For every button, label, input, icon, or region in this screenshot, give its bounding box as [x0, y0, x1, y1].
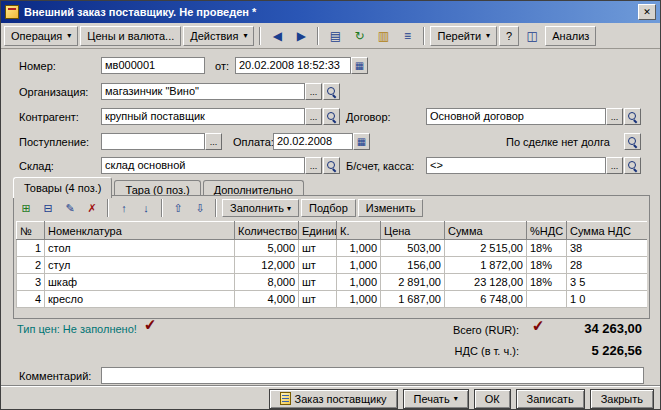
nav-forward-button[interactable]: ▶	[290, 26, 312, 46]
copy-row-button[interactable]: ⊟	[38, 199, 58, 217]
cell-k[interactable]: 1,000	[337, 240, 381, 257]
cell-price[interactable]: 503,00	[381, 240, 445, 257]
contract-select-button[interactable]: ...	[606, 108, 623, 125]
price-type-note[interactable]: Тип цен: Не заполнено!	[17, 323, 137, 335]
related-documents-button[interactable]: ▥	[372, 26, 394, 46]
close-button[interactable]: ✕	[638, 4, 656, 20]
delete-row-button[interactable]: ✗	[82, 199, 102, 217]
cell-vatsum[interactable]: 38	[567, 240, 648, 257]
cell-num[interactable]: 2	[17, 257, 45, 274]
report-button[interactable]: ◫	[521, 26, 543, 46]
receipt-input[interactable]	[101, 133, 205, 150]
cell-qty[interactable]: 8,000	[235, 274, 299, 291]
organization-input[interactable]: магазинчик "Вино"	[101, 83, 305, 100]
refresh-button[interactable]: ↻	[348, 26, 370, 46]
cell-num[interactable]: 1	[17, 240, 45, 257]
col-header-unit[interactable]: Единица	[299, 222, 337, 240]
number-input[interactable]: мв000001	[101, 57, 205, 74]
move-row-down-button[interactable]: ↓	[136, 199, 156, 217]
account-input[interactable]: <>	[426, 157, 606, 174]
cell-vatsum[interactable]: 28	[567, 257, 648, 274]
sort-asc-button[interactable]: ⇧	[168, 199, 188, 217]
col-header-price[interactable]: Цена	[381, 222, 445, 240]
col-header-k[interactable]: К.	[337, 222, 381, 240]
help-button[interactable]: ?	[499, 26, 519, 46]
move-row-up-button[interactable]: ↑	[114, 199, 134, 217]
cell-sum[interactable]: 2 515,00	[445, 240, 527, 257]
table-row[interactable]: 4 кресло 4,000 шт 1,000 1 687,00 6 748,0…	[17, 291, 648, 308]
table-row[interactable]: 3 шкаф 8,000 шт 1,000 2 891,00 23 128,00…	[17, 274, 648, 291]
cell-num[interactable]: 3	[17, 274, 45, 291]
col-header-num[interactable]: №	[17, 222, 45, 240]
tab-goods[interactable]: Товары (4 поз.)	[13, 177, 112, 198]
comment-input[interactable]	[101, 367, 644, 384]
cell-k[interactable]: 1,000	[337, 257, 381, 274]
supplier-order-button[interactable]: Заказ поставщику	[269, 389, 398, 409]
receipt-select-button[interactable]: ...	[205, 133, 222, 150]
payment-calendar-button[interactable]: ▦	[353, 133, 370, 150]
account-open-button[interactable]	[624, 157, 641, 174]
date-input[interactable]: 20.02.2008 18:52:33	[235, 57, 351, 74]
organization-select-button[interactable]: ...	[305, 83, 322, 100]
cell-item[interactable]: кресло	[45, 291, 235, 308]
col-header-item[interactable]: Номенклатура	[45, 222, 235, 240]
sort-desc-button[interactable]: ⇩	[190, 199, 210, 217]
col-header-sum[interactable]: Сумма	[445, 222, 527, 240]
table-row[interactable]: 1 стол 5,000 шт 1,000 503,00 2 515,00 18…	[17, 240, 648, 257]
contragent-select-button[interactable]: ...	[305, 108, 322, 125]
contract-open-button[interactable]	[624, 108, 641, 125]
cell-item[interactable]: стул	[45, 257, 235, 274]
cell-vat[interactable]: 18%	[527, 274, 567, 291]
account-select-button[interactable]: ...	[606, 157, 623, 174]
print-button[interactable]: Печать ▾	[403, 389, 469, 409]
cell-qty[interactable]: 12,000	[235, 257, 299, 274]
close-window-button[interactable]: Закрыть	[590, 389, 654, 409]
warehouse-open-button[interactable]	[323, 157, 340, 174]
payment-date-input[interactable]: 20.02.2008	[273, 133, 353, 150]
cell-vatsum[interactable]: 1 0	[567, 291, 648, 308]
col-header-vat[interactable]: %НДС	[527, 222, 567, 240]
col-header-qty[interactable]: Количество	[235, 222, 299, 240]
nav-back-button[interactable]: ◀	[266, 26, 288, 46]
cell-num[interactable]: 4	[17, 291, 45, 308]
fill-menu-button[interactable]: Заполнить ▾	[222, 199, 299, 217]
goto-menu-button[interactable]: Перейти ▾	[430, 26, 497, 46]
cell-vat[interactable]: 18%	[527, 240, 567, 257]
cell-unit[interactable]: шт	[299, 257, 337, 274]
cell-k[interactable]: 1,000	[337, 291, 381, 308]
organization-open-button[interactable]	[323, 83, 340, 100]
edit-row-button[interactable]: ✎	[60, 199, 80, 217]
cell-unit[interactable]: шт	[299, 291, 337, 308]
cell-k[interactable]: 1,000	[337, 274, 381, 291]
prices-currency-button[interactable]: Цены и валюта...	[80, 26, 181, 46]
cell-qty[interactable]: 4,000	[235, 291, 299, 308]
warehouse-select-button[interactable]: ...	[305, 157, 322, 174]
contragent-input[interactable]: крупный поставщик	[101, 108, 305, 125]
actions-menu-button[interactable]: Действия ▾	[183, 26, 254, 46]
debt-open-button[interactable]	[624, 133, 641, 150]
cell-qty[interactable]: 5,000	[235, 240, 299, 257]
contragent-open-button[interactable]	[323, 108, 340, 125]
cell-price[interactable]: 2 891,00	[381, 274, 445, 291]
col-header-vatsum[interactable]: Сумма НДС	[567, 222, 648, 240]
structure-button[interactable]: ▤	[324, 26, 346, 46]
cell-item[interactable]: шкаф	[45, 274, 235, 291]
table-row[interactable]: 2 стул 12,000 шт 1,000 156,00 1 872,00 1…	[17, 257, 648, 274]
save-button[interactable]: Записать	[516, 389, 585, 409]
cell-price[interactable]: 156,00	[381, 257, 445, 274]
cell-sum[interactable]: 1 872,00	[445, 257, 527, 274]
list-button[interactable]: ≡	[396, 26, 418, 46]
operation-menu-button[interactable]: Операция ▾	[4, 26, 78, 46]
analysis-button[interactable]: Анализ	[545, 26, 596, 46]
contract-input[interactable]: Основной договор	[426, 108, 606, 125]
cell-unit[interactable]: шт	[299, 240, 337, 257]
cell-unit[interactable]: шт	[299, 274, 337, 291]
date-calendar-button[interactable]: ▦	[351, 57, 368, 74]
ok-button[interactable]: ОК	[474, 389, 511, 409]
change-button[interactable]: Изменить	[358, 199, 424, 217]
cell-item[interactable]: стол	[45, 240, 235, 257]
cell-sum[interactable]: 23 128,00	[445, 274, 527, 291]
cell-vat[interactable]: 18%	[527, 257, 567, 274]
warehouse-input[interactable]: склад основной	[101, 157, 305, 174]
add-row-button[interactable]: ⊞	[16, 199, 36, 217]
